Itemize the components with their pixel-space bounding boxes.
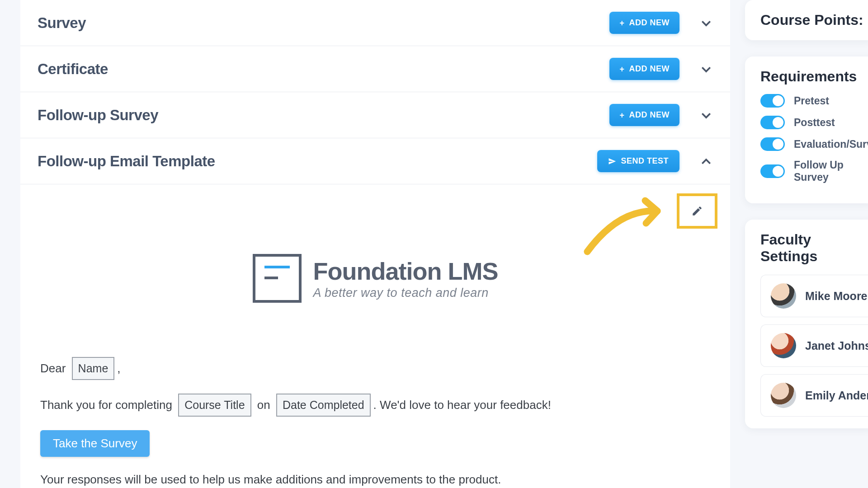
- placeholder-course-title[interactable]: Course Title: [178, 394, 251, 417]
- toggle-pretest[interactable]: [760, 94, 785, 108]
- avatar: [771, 333, 796, 358]
- chevron-down-icon: [699, 16, 713, 30]
- expand-toggle-followup-survey[interactable]: [699, 108, 713, 122]
- plus-icon: +: [619, 19, 624, 27]
- expand-toggle-survey[interactable]: [699, 16, 713, 30]
- pencil-icon: [691, 205, 703, 217]
- course-points-row: Course Points: 10: [760, 12, 868, 28]
- logo-subtitle: A better way to teach and learn: [313, 286, 498, 300]
- requirement-label: Posttest: [794, 117, 835, 129]
- plus-icon: +: [619, 65, 624, 73]
- section-title-followup-survey: Follow-up Survey: [38, 107, 158, 124]
- email-thank-post: . We'd love to hear your feedback!: [373, 398, 551, 412]
- requirement-label: Pretest: [794, 95, 829, 107]
- section-actions: + ADD NEW: [609, 58, 713, 80]
- faculty-settings-card: Faculty Settings Mike Moore Janet Johnso…: [745, 220, 868, 428]
- add-new-label: ADD NEW: [629, 64, 670, 74]
- section-actions: + ADD NEW: [609, 104, 713, 126]
- email-dear: Dear: [40, 361, 66, 375]
- chevron-up-icon: [699, 155, 713, 168]
- annotation-arrow: [578, 191, 673, 258]
- add-new-button-certificate[interactable]: + ADD NEW: [609, 58, 679, 80]
- requirement-pretest: Pretest: [760, 94, 868, 108]
- section-title-followup-email: Follow-up Email Template: [38, 153, 215, 170]
- toggle-posttest[interactable]: [760, 116, 785, 129]
- avatar: [771, 283, 796, 309]
- main-content: Survey + ADD NEW Certificate + ADD NEW F…: [20, 0, 730, 488]
- send-test-button[interactable]: SEND TEST: [597, 150, 679, 172]
- faculty-name: Emily Anderson: [805, 389, 868, 402]
- edit-template-button[interactable]: [677, 193, 717, 229]
- email-thankyou-line: Thank you for completing Course Title on…: [40, 394, 710, 417]
- right-sidebar: Course Points: 10 Requirements Pretest P…: [745, 0, 868, 445]
- take-survey-button[interactable]: Take the Survey: [40, 430, 150, 457]
- paper-plane-icon: [608, 157, 616, 165]
- send-test-label: SEND TEST: [621, 156, 669, 166]
- requirements-card: Requirements Pretest Posttest Evaluation…: [745, 56, 868, 203]
- avatar: [771, 383, 796, 408]
- email-on: on: [257, 398, 270, 412]
- faculty-name: Mike Moore: [805, 290, 868, 303]
- faculty-settings-title: Faculty Settings: [760, 231, 868, 265]
- add-new-label: ADD NEW: [629, 18, 670, 28]
- requirement-label: Evaluation/Survey: [794, 138, 868, 150]
- requirements-title: Requirements: [760, 68, 868, 85]
- plus-icon: +: [619, 111, 624, 119]
- email-thank-pre: Thank you for completing: [40, 398, 172, 412]
- email-comma: ,: [117, 361, 120, 375]
- expand-toggle-certificate[interactable]: [699, 62, 713, 76]
- section-title-certificate: Certificate: [38, 61, 108, 78]
- section-survey: Survey + ADD NEW: [20, 0, 730, 46]
- requirement-posttest: Posttest: [760, 116, 868, 129]
- faculty-item[interactable]: Janet Johnson: [760, 324, 868, 367]
- section-certificate: Certificate + ADD NEW: [20, 46, 730, 92]
- email-responses-line: Your responses will be used to help us m…: [40, 470, 710, 488]
- course-points-label: Course Points:: [760, 12, 863, 28]
- requirement-followup-survey: Follow Up Survey: [760, 159, 868, 183]
- faculty-item[interactable]: Emily Anderson: [760, 374, 868, 417]
- section-actions: + ADD NEW: [609, 12, 713, 34]
- add-new-label: ADD NEW: [629, 110, 670, 120]
- section-title-survey: Survey: [38, 14, 86, 32]
- add-new-button-survey[interactable]: + ADD NEW: [609, 12, 679, 34]
- requirement-label: Follow Up Survey: [794, 159, 868, 183]
- toggle-followup-survey[interactable]: [760, 164, 785, 178]
- chevron-down-icon: [699, 62, 713, 76]
- collapse-toggle-followup-email[interactable]: [699, 155, 713, 168]
- section-followup-survey: Follow-up Survey + ADD NEW: [20, 92, 730, 138]
- section-followup-email: Follow-up Email Template SEND TEST: [20, 138, 730, 184]
- placeholder-date-completed[interactable]: Date Completed: [276, 394, 371, 417]
- logo-mark-icon: [253, 254, 302, 303]
- placeholder-name[interactable]: Name: [72, 357, 115, 380]
- faculty-name: Janet Johnson: [805, 339, 868, 352]
- email-logo: Foundation LMS A better way to teach and…: [38, 254, 713, 303]
- email-template-panel: Foundation LMS A better way to teach and…: [20, 184, 730, 488]
- email-body: Dear Name, Thank you for completing Cour…: [38, 357, 713, 488]
- section-actions: SEND TEST: [597, 150, 713, 172]
- email-greeting-line: Dear Name,: [40, 357, 710, 380]
- faculty-item[interactable]: Mike Moore: [760, 275, 868, 317]
- toggle-evaluation[interactable]: [760, 137, 785, 151]
- add-new-button-followup-survey[interactable]: + ADD NEW: [609, 104, 679, 126]
- logo-title: Foundation LMS: [313, 257, 498, 285]
- chevron-down-icon: [699, 108, 713, 122]
- course-points-card: Course Points: 10: [745, 0, 868, 40]
- logo-text: Foundation LMS A better way to teach and…: [313, 257, 498, 300]
- requirement-evaluation: Evaluation/Survey: [760, 137, 868, 151]
